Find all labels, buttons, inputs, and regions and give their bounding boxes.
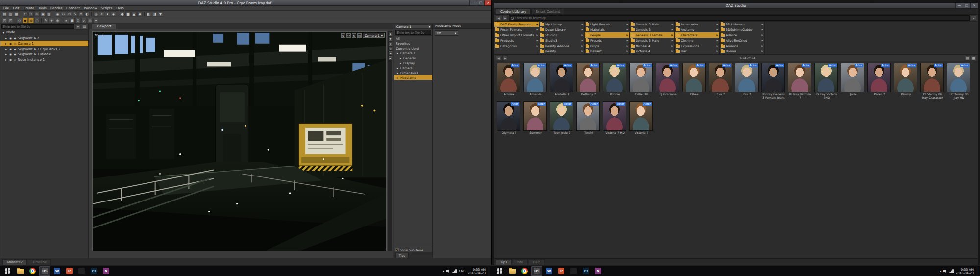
zoom-in-icon[interactable]: ⊕ (389, 42, 392, 46)
visibility-eye-icon[interactable]: ◉ (9, 36, 12, 40)
figure-icon[interactable]: ◆ (137, 11, 143, 17)
close-button[interactable]: × (970, 3, 978, 8)
visibility-eye-icon[interactable]: ◉ (9, 58, 12, 61)
taskbar-powerpoint[interactable]: P (64, 266, 75, 276)
folder-item[interactable]: Characters▶ (675, 32, 719, 38)
dolly-tool-icon[interactable]: ↙ (81, 18, 87, 23)
taskbar-daz-studio[interactable]: DS (531, 266, 542, 276)
product-thumbnail[interactable]: ActorJade (841, 63, 865, 100)
bottom-tab-animate2[interactable]: animate2 (2, 259, 27, 265)
open-scene-icon[interactable]: ▥ (8, 11, 13, 17)
scene-item[interactable]: ▸◉◎Camera 1 (0, 41, 88, 46)
taskbar-word[interactable]: W (543, 266, 555, 276)
menu-scripts[interactable]: Scripts (99, 6, 114, 10)
content-search-input[interactable] (515, 16, 968, 20)
folder-item[interactable]: Studio3▶ (539, 38, 584, 43)
expand-icon[interactable]: ▸ (399, 56, 402, 60)
undo-icon[interactable]: ↶ (23, 11, 28, 17)
parameters-group[interactable]: ▸General (394, 55, 432, 60)
taskbar-word[interactable]: W (51, 266, 63, 276)
delete-node-icon[interactable]: ⊗ (55, 18, 60, 23)
taskbar-photoshop[interactable]: Ps (580, 266, 591, 276)
product-thumbnail[interactable]: ActorLY Stormy 06 Iray HD Character (947, 63, 971, 100)
pan-vertical-icon[interactable]: ↕ (75, 18, 81, 23)
bottom-tab-tips[interactable]: Tips (496, 259, 512, 265)
product-thumbnail[interactable]: ActorAmanda (523, 63, 548, 100)
close-button[interactable]: × (484, 0, 491, 5)
folder-item[interactable]: My Library▶ (539, 22, 584, 27)
taskbar-file-explorer[interactable] (507, 266, 518, 276)
volume-icon[interactable] (943, 269, 947, 273)
menu-file[interactable]: File (1, 6, 11, 10)
expand-icon[interactable]: ▸ (399, 61, 402, 65)
folder-item[interactable]: Categories▶ (494, 43, 539, 49)
taskbar-media-utility[interactable] (568, 266, 579, 276)
menu-help[interactable]: Help (114, 6, 126, 10)
menu-connect[interactable]: Connect (64, 6, 82, 10)
layout-right-icon[interactable]: ◨ (152, 11, 157, 17)
scene-menu-icon[interactable]: ▤ (82, 24, 87, 29)
folder-item[interactable]: Reality▶ (539, 49, 584, 54)
parameters-group[interactable]: ▸Dimensions (394, 70, 432, 75)
folder-item[interactable]: Hair▶ (675, 49, 719, 54)
taskbar-onenote[interactable]: N (592, 266, 604, 276)
folder-item[interactable]: DAZ Studio Formats▶ (494, 22, 539, 27)
new-scene-icon[interactable]: ▤ (2, 11, 7, 17)
product-thumbnail[interactable]: ActorElbee (682, 63, 707, 100)
parameters-item-selector[interactable]: Camera 1 ▾ (395, 24, 432, 29)
volume-icon[interactable] (446, 269, 450, 273)
viewport-tab[interactable]: Viewport (91, 24, 117, 29)
zoom-out-icon[interactable]: ⊙ (389, 47, 392, 50)
bottom-tab-info[interactable]: Info (513, 259, 528, 265)
maximize-button[interactable]: □ (477, 0, 484, 5)
frame-region-icon[interactable]: ◰ (2, 18, 7, 23)
parameters-group[interactable]: ▸Display (394, 60, 432, 65)
create-node-icon[interactable]: + (49, 18, 54, 23)
product-thumbnail[interactable]: ActorIG Iray Genesis 3 Female Jeans (761, 63, 786, 100)
taskbar-file-explorer[interactable] (15, 266, 26, 276)
folder-item[interactable]: Reality Add-ons▶ (539, 43, 584, 49)
product-thumbnail[interactable]: ActorKaren 7 (867, 63, 892, 100)
parameters-group[interactable]: ▸Camera (394, 65, 432, 70)
scene-item[interactable]: ▸◉◆Segment A 3 Middle (0, 51, 88, 57)
dolly-up-icon[interactable]: ▲ (389, 32, 392, 36)
texture-shaded-icon[interactable]: ◍ (28, 18, 34, 23)
product-thumbnail[interactable]: ActorAdaline (497, 63, 521, 100)
search-options-icon[interactable]: ▾ (971, 15, 976, 21)
save-scene-icon[interactable]: ▦ (14, 11, 19, 17)
folder-item[interactable]: Genesis 3 Male▶ (630, 38, 674, 43)
network-icon[interactable] (452, 269, 457, 273)
wireframe-mode-icon[interactable]: ◇ (17, 18, 22, 23)
parameters-filter-input[interactable] (395, 30, 431, 35)
bottom-tab-timeline[interactable]: Timeline (28, 259, 51, 265)
expand-icon[interactable]: ▸ (396, 76, 399, 79)
folder-item[interactable]: 3D Universe▶ (720, 22, 764, 27)
tray-expand-icon[interactable]: ▴ (940, 269, 942, 273)
dolly-down-icon[interactable]: ▼ (389, 37, 392, 41)
play-icon[interactable]: ▸ (64, 18, 69, 23)
folder-item[interactable]: Products▶ (494, 38, 539, 43)
folder-item[interactable]: AliveSheCried▶ (720, 38, 764, 43)
start-button[interactable] (1, 266, 14, 276)
expand-icon[interactable]: ▸ (4, 58, 8, 61)
tab-smart-content[interactable]: Smart Content (531, 9, 564, 14)
folder-item[interactable]: Genesis 2 Male▶ (630, 22, 674, 27)
show-sub-items-row[interactable]: ✓ Show Sub Items (394, 247, 432, 252)
forward-button[interactable]: ▶ (502, 15, 508, 21)
folder-item[interactable]: People▶ (585, 32, 629, 38)
universal-tool-icon[interactable]: ⊕ (78, 11, 84, 17)
product-thumbnail[interactable]: ActorLY Stormy 06 Iray Character (920, 63, 945, 100)
taskbar-photoshop[interactable]: Ps (88, 266, 99, 276)
left-window-titlebar[interactable]: DAZ Studio 4.9 Pro - Cryo Room Iray.duf … (0, 0, 491, 6)
viewport-canvas[interactable]: f/S : 7 ⊕↔↻◎ Camera 1 ▾ (92, 31, 387, 251)
menu-window[interactable]: Window (82, 6, 99, 10)
menu-tools[interactable]: Tools (36, 6, 49, 10)
product-thumbnail[interactable]: ActorIG Iray Victoria 7HD (814, 63, 839, 100)
tray-expand-icon[interactable]: ▴ (443, 269, 445, 273)
parameters-filter-currently-used[interactable]: Currently Used (394, 46, 432, 50)
aim-camera-icon[interactable]: ◎ (87, 18, 93, 23)
node-selection-tool-icon[interactable]: ◉ (55, 11, 60, 17)
menu-edit[interactable]: Edit (11, 6, 21, 10)
right-window-titlebar[interactable]: DAZ Studio — □ × (494, 3, 978, 9)
visibility-eye-icon[interactable]: ◉ (9, 47, 12, 50)
